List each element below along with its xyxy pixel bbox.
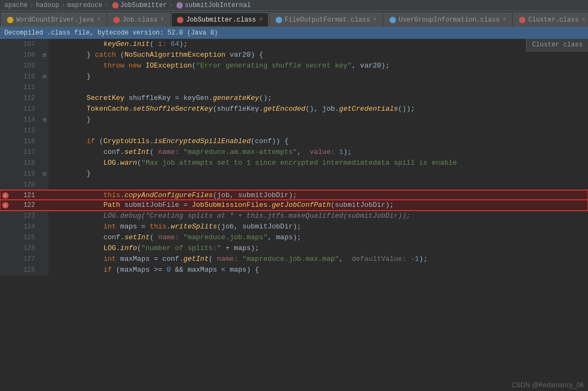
tab-jobsubmitter[interactable]: JobSubmitter.class × [171,12,269,26]
breadcrumb-jobsubmitter[interactable]: JobSubmitter [120,2,167,9]
line-num-113: 113 [11,104,40,114]
bp-area-117 [0,147,11,158]
code-line-123: 123 LOG.debug("Creating splits at " + th… [0,211,588,221]
code-line-122: 122 Path submitJobFile = JobSubmissionFi… [0,200,588,211]
bp-area-128 [0,265,11,275]
line-num-115: 115 [11,125,40,136]
breakpoint-122 [2,202,9,208]
bp-area-116 [0,136,11,147]
code-line-108: 108 ⊟ } catch (NoSuchAlgorithmException … [0,50,588,60]
tab-cluster[interactable]: Cluster.class × [513,12,588,26]
line-num-114: 114 [11,114,40,125]
tab-wordcount[interactable]: WordCountDriver.java × [1,12,106,26]
bp-area-114 [0,114,11,125]
tab-job[interactable]: Job.class × [107,12,170,26]
bp-area-115 [0,125,11,136]
tab-label-job: Job.class [122,16,158,24]
tab-close-job[interactable]: × [161,17,164,23]
line-num-119: 119 [11,168,40,179]
line-content-122: Path submitJobFile = JobSubmissionFiles.… [49,200,588,211]
line-content-121: this.copyAndConfigureFiles(job, submitJo… [49,190,588,201]
tab-fileoutput[interactable]: FileOutputFormat.class × [270,12,382,26]
code-line-112: 112 SecretKey shuffleKey = keyGen.genera… [0,93,588,104]
line-content-107: keyGen.init( i: 64); [49,39,588,50]
line-num-121: 121 [11,190,40,201]
tab-label-usergroupinfo: UserGroupInformation.class [399,16,500,24]
bp-area-118 [0,158,11,168]
bp-area-111 [0,82,11,93]
code-line-121: 121 this.copyAndConfigureFiles(job, subm… [0,190,588,201]
bp-area-119 [0,168,11,179]
fold-128 [40,265,49,275]
line-num-107: 107 [11,39,40,50]
line-num-124: 124 [11,221,40,232]
line-num-125: 125 [11,232,40,243]
line-num-109: 109 [11,60,40,71]
code-line-107: 107 keyGen.init( i: 64); [0,39,588,50]
tab-label-wordcount: WordCountDriver.java [16,16,94,24]
tab-close-usergroupinfo[interactable]: × [503,17,506,23]
code-line-114: 114 ⊟ } [0,114,588,125]
code-line-111: 111 [0,82,588,93]
tab-close-cluster[interactable]: × [582,17,585,23]
tab-usergroupinfo[interactable]: UserGroupInformation.class × [384,12,512,26]
line-num-110: 110 [11,71,40,82]
bp-area-125 [0,232,11,243]
line-content-113: TokenCache.setShuffleSecretKey(shuffleKe… [49,104,588,114]
line-num-126: 126 [11,243,40,254]
tab-icon-jobsubmitter [177,17,183,23]
fold-108: ⊟ [40,50,49,60]
tab-label-cluster: Cluster.class [528,16,579,24]
code-line-120: 120 [0,179,588,190]
breadcrumb-mapreduce[interactable]: mapreduce [67,2,102,9]
line-content-118: LOG.warn("Max job attempts set to 1 sinc… [49,158,588,168]
line-content-120 [49,179,588,190]
fold-109 [40,60,49,71]
tab-close-jobsubmitter[interactable]: × [259,17,263,23]
code-line-115: 115 [0,125,588,136]
code-line-118: 118 LOG.warn("Max job attempts set to 1 … [0,158,588,168]
line-num-112: 112 [11,93,40,104]
bp-area-112 [0,93,11,104]
fold-124 [40,221,49,232]
code-line-124: 124 int maps = this.writeSplits(job, sub… [0,221,588,232]
breadcrumb-submitjobinternal[interactable]: submitJobInternal [184,2,250,9]
tab-close-wordcount[interactable]: × [97,17,100,23]
code-area: Cluster class 107 keyGen.init( i: 64); 1… [0,39,588,391]
fold-125 [40,232,49,243]
line-content-117: conf.setInt( name: "mapreduce.am.max-att… [49,147,588,158]
breadcrumb-method-icon [176,2,183,9]
line-num-120: 120 [11,179,40,190]
fold-118 [40,158,49,168]
bp-area-120 [0,179,11,190]
tab-bar: WordCountDriver.java × Job.class × JobSu… [0,11,588,27]
line-content-112: SecretKey shuffleKey = keyGen.generateKe… [49,93,588,104]
code-line-128: 128 if (maxMaps >= 0 && maxMaps < maps) … [0,265,588,275]
fold-112 [40,93,49,104]
fold-113 [40,104,49,114]
tab-label-jobsubmitter: JobSubmitter.class [186,16,256,24]
breadcrumb-hadoop[interactable]: hadoop [36,2,59,9]
tab-close-fileoutput[interactable]: × [373,17,377,23]
fold-121 [40,190,49,201]
bp-area-110 [0,71,11,82]
line-content-126: LOG.info("number of splits:" + maps); [49,243,588,254]
tab-icon-java [7,17,13,23]
code-line-113: 113 TokenCache.setShuffleSecretKey(shuff… [0,104,588,114]
line-num-108: 108 [11,50,40,60]
code-line-116: 116 if (CryptoUtils.isEncryptedSpillEnab… [0,136,588,147]
code-line-125: 125 conf.setInt( name: "mapreduce.job.ma… [0,232,588,243]
breadcrumb-apache[interactable]: apache [4,2,28,9]
line-content-110: } [49,71,588,82]
line-content-108: } catch (NoSuchAlgorithmException var20)… [49,50,588,60]
bp-area-127 [0,254,11,265]
code-line-110: 110 ⊟ } [0,71,588,82]
code-line-126: 126 LOG.info("number of splits:" + maps)… [0,243,588,254]
line-content-124: int maps = this.writeSplits(job, submitJ… [49,221,588,232]
line-num-117: 117 [11,147,40,158]
code-line-109: 109 throw new IOException("Error generat… [0,60,588,71]
breadcrumb-jobsubmitter-icon [112,2,119,9]
line-content-115 [49,125,588,136]
line-content-119: } [49,168,588,179]
bp-area-126 [0,243,11,254]
